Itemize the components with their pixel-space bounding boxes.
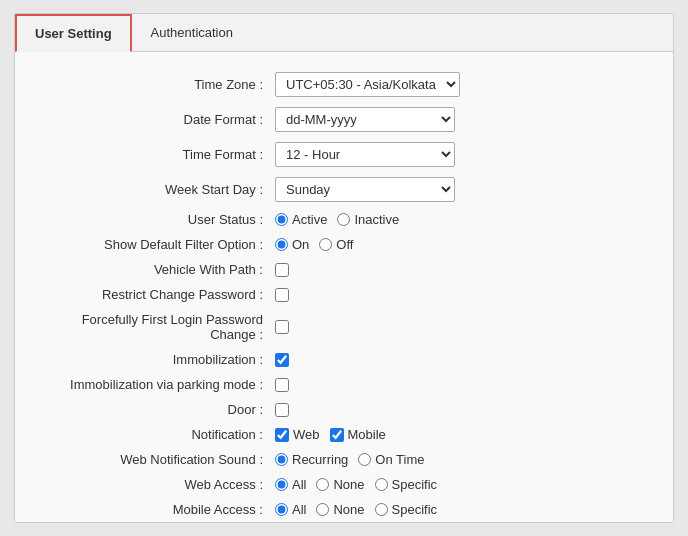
mobile-access-row: Mobile Access : All None Specific (45, 502, 643, 517)
web-access-none-radio[interactable] (316, 478, 329, 491)
immobilization-checkbox-wrapper (275, 353, 643, 367)
immobilization-parking-row: Immobilization via parking mode : (45, 377, 643, 392)
immobilization-parking-checkbox[interactable] (275, 378, 289, 392)
web-access-label: Web Access : (45, 477, 275, 492)
date-format-label: Date Format : (45, 112, 275, 127)
first-login-checkbox-wrapper (275, 320, 643, 334)
web-access-row: Web Access : All None Specific (45, 477, 643, 492)
vehicle-path-checkbox[interactable] (275, 263, 289, 277)
mobile-access-specific-radio[interactable] (375, 503, 388, 516)
time-format-control: 12 - Hour 24 - Hour (275, 142, 643, 167)
restrict-password-checkbox[interactable] (275, 288, 289, 302)
week-start-select[interactable]: Sunday Monday Tuesday (275, 177, 455, 202)
notification-label: Notification : (45, 427, 275, 442)
mobile-access-none-radio[interactable] (316, 503, 329, 516)
vehicle-path-checkbox-wrapper (275, 263, 643, 277)
timezone-select[interactable]: UTC+05:30 - Asia/Kolkata UTC+00:00 - UTC… (275, 72, 460, 97)
week-start-row: Week Start Day : Sunday Monday Tuesday (45, 177, 643, 202)
restrict-password-control (275, 288, 643, 302)
web-access-none-option[interactable]: None (316, 477, 364, 492)
tab-authentication[interactable]: Authentication (132, 14, 252, 52)
mobile-access-specific-option[interactable]: Specific (375, 502, 438, 517)
notification-sound-control: Recurring On Time (275, 452, 643, 467)
notification-web-option[interactable]: Web (275, 427, 320, 442)
filter-on-radio[interactable] (275, 238, 288, 251)
mobile-access-label: Mobile Access : (45, 502, 275, 517)
immobilization-control (275, 353, 643, 367)
door-checkbox-wrapper (275, 403, 643, 417)
immobilization-parking-checkbox-wrapper (275, 378, 643, 392)
sound-ontime-radio[interactable] (358, 453, 371, 466)
mobile-access-all-radio[interactable] (275, 503, 288, 516)
door-checkbox[interactable] (275, 403, 289, 417)
time-format-select[interactable]: 12 - Hour 24 - Hour (275, 142, 455, 167)
notification-web-checkbox[interactable] (275, 428, 289, 442)
first-login-control (275, 320, 643, 334)
date-format-row: Date Format : dd-MM-yyyy MM-dd-yyyy yyyy… (45, 107, 643, 132)
status-active-option[interactable]: Active (275, 212, 327, 227)
first-login-checkbox[interactable] (275, 320, 289, 334)
mobile-access-none-option[interactable]: None (316, 502, 364, 517)
notification-sound-label: Web Notification Sound : (45, 452, 275, 467)
web-access-specific-option[interactable]: Specific (375, 477, 438, 492)
sound-recurring-radio[interactable] (275, 453, 288, 466)
filter-off-option[interactable]: Off (319, 237, 353, 252)
restrict-password-row: Restrict Change Password : (45, 287, 643, 302)
door-row: Door : (45, 402, 643, 417)
user-status-row: User Status : Active Inactive (45, 212, 643, 227)
status-inactive-option[interactable]: Inactive (337, 212, 399, 227)
tab-bar: User Setting Authentication (15, 14, 673, 52)
immobilization-parking-label: Immobilization via parking mode : (45, 377, 275, 392)
user-status-control: Active Inactive (275, 212, 643, 227)
settings-window: User Setting Authentication Time Zone : … (14, 13, 674, 523)
time-format-label: Time Format : (45, 147, 275, 162)
vehicle-path-control (275, 263, 643, 277)
web-access-control: All None Specific (275, 477, 643, 492)
immobilization-checkbox[interactable] (275, 353, 289, 367)
user-status-label: User Status : (45, 212, 275, 227)
status-inactive-radio[interactable] (337, 213, 350, 226)
form-content: Time Zone : UTC+05:30 - Asia/Kolkata UTC… (15, 52, 673, 522)
default-filter-row: Show Default Filter Option : On Off (45, 237, 643, 252)
mobile-access-control: All None Specific (275, 502, 643, 517)
immobilization-parking-control (275, 378, 643, 392)
web-access-all-option[interactable]: All (275, 477, 306, 492)
default-filter-control: On Off (275, 237, 643, 252)
week-start-control: Sunday Monday Tuesday (275, 177, 643, 202)
web-access-specific-radio[interactable] (375, 478, 388, 491)
date-format-select[interactable]: dd-MM-yyyy MM-dd-yyyy yyyy-MM-dd (275, 107, 455, 132)
status-active-radio[interactable] (275, 213, 288, 226)
notification-mobile-checkbox[interactable] (330, 428, 344, 442)
restrict-password-checkbox-wrapper (275, 288, 643, 302)
immobilization-label: Immobilization : (45, 352, 275, 367)
date-format-control: dd-MM-yyyy MM-dd-yyyy yyyy-MM-dd (275, 107, 643, 132)
notification-row: Notification : Web Mobile (45, 427, 643, 442)
mobile-access-all-option[interactable]: All (275, 502, 306, 517)
door-control (275, 403, 643, 417)
notification-sound-row: Web Notification Sound : Recurring On Ti… (45, 452, 643, 467)
web-access-all-radio[interactable] (275, 478, 288, 491)
sound-ontime-option[interactable]: On Time (358, 452, 424, 467)
tab-user-setting[interactable]: User Setting (15, 14, 132, 52)
timezone-label: Time Zone : (45, 77, 275, 92)
vehicle-path-label: Vehicle With Path : (45, 262, 275, 277)
immobilization-row: Immobilization : (45, 352, 643, 367)
notification-control: Web Mobile (275, 427, 643, 442)
notification-mobile-option[interactable]: Mobile (330, 427, 386, 442)
default-filter-label: Show Default Filter Option : (45, 237, 275, 252)
door-label: Door : (45, 402, 275, 417)
filter-on-option[interactable]: On (275, 237, 309, 252)
first-login-label: Forcefully First Login Password Change : (45, 312, 275, 342)
week-start-label: Week Start Day : (45, 182, 275, 197)
timezone-control: UTC+05:30 - Asia/Kolkata UTC+00:00 - UTC… (275, 72, 643, 97)
sound-recurring-option[interactable]: Recurring (275, 452, 348, 467)
restrict-password-label: Restrict Change Password : (45, 287, 275, 302)
first-login-row: Forcefully First Login Password Change : (45, 312, 643, 342)
filter-off-radio[interactable] (319, 238, 332, 251)
timezone-row: Time Zone : UTC+05:30 - Asia/Kolkata UTC… (45, 72, 643, 97)
time-format-row: Time Format : 12 - Hour 24 - Hour (45, 142, 643, 167)
vehicle-path-row: Vehicle With Path : (45, 262, 643, 277)
